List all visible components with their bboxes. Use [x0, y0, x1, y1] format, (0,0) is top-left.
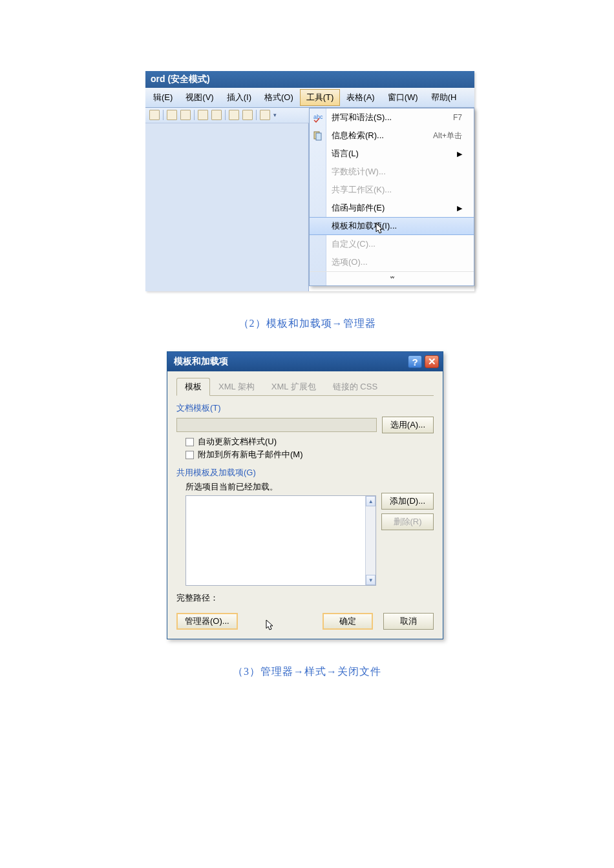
- document-template-field[interactable]: [176, 418, 377, 432]
- tools-dropdown: abc 拼写和语法(S)... F7 信息检索(R)... Alt+单击 语言(…: [309, 108, 474, 286]
- submenu-arrow-icon: ▶: [457, 204, 462, 212]
- menu-tools[interactable]: 工具(T): [300, 89, 341, 106]
- menu-edit[interactable]: 辑(E): [147, 89, 179, 106]
- toolbar-icon[interactable]: [180, 110, 191, 120]
- spellcheck-icon: abc: [313, 112, 323, 123]
- menu-item-label: 共享工作区(K)...: [332, 184, 392, 196]
- attach-button[interactable]: 选用(A)...: [382, 417, 434, 433]
- document-template-label: 文档模板(T): [176, 402, 434, 414]
- menu-language[interactable]: 语言(L) ▶: [310, 145, 474, 163]
- tab-xml-expansion[interactable]: XML 扩展包: [263, 378, 324, 395]
- toolbar-icon[interactable]: [198, 110, 208, 120]
- caption-step-2: （2）模板和加载项→管理器: [0, 317, 614, 331]
- caption-step-3: （3）管理器→样式→关闭文件: [0, 665, 614, 679]
- menu-shortcut: Alt+单击: [433, 130, 462, 141]
- tab-templates[interactable]: 模板: [176, 378, 210, 396]
- menu-bar: 辑(E) 视图(V) 插入(I) 格式(O) 工具(T) 表格(A) 窗口(W)…: [145, 88, 474, 108]
- toolbar: ▾: [145, 108, 309, 123]
- cursor-icon: [266, 619, 276, 632]
- checkbox-icon[interactable]: [185, 451, 194, 459]
- toolbar-icon[interactable]: [149, 110, 160, 120]
- scroll-down-icon[interactable]: ▼: [366, 575, 376, 585]
- menu-table[interactable]: 表格(A): [340, 89, 381, 106]
- menu-format[interactable]: 格式(O): [258, 89, 300, 106]
- dialog-titlebar: 模板和加载项 ? ✕: [167, 352, 443, 371]
- toolbar-separator: [194, 110, 195, 120]
- word-tools-menu-screenshot: ord (安全模式) 辑(E) 视图(V) 插入(I) 格式(O) 工具(T) …: [145, 71, 474, 291]
- menu-shared-workspace: 共享工作区(K)...: [310, 181, 474, 199]
- menu-spelling-grammar[interactable]: abc 拼写和语法(S)... F7: [310, 108, 474, 127]
- menu-item-label: 字数统计(W)...: [332, 166, 386, 178]
- organizer-button[interactable]: 管理器(O)...: [176, 613, 238, 630]
- menu-templates-addins[interactable]: 模板和加载项(I)...: [310, 217, 474, 235]
- templates-addins-dialog: 模板和加载项 ? ✕ 模板 XML 架构 XML 扩展包 链接的 CSS 文档模…: [167, 351, 443, 639]
- addins-listbox[interactable]: ▲ ▼: [185, 495, 376, 586]
- menu-research[interactable]: 信息检索(R)... Alt+单击: [310, 127, 474, 145]
- checkbox-label: 附加到所有新电子邮件中(M): [198, 449, 303, 460]
- svg-rect-2: [316, 133, 321, 140]
- dialog-tabs: 模板 XML 架构 XML 扩展包 链接的 CSS: [176, 378, 434, 396]
- menu-window[interactable]: 窗口(W): [381, 89, 425, 106]
- tab-linked-css[interactable]: 链接的 CSS: [324, 378, 386, 395]
- chevron-down-icon: ˅˅: [390, 276, 394, 283]
- document-canvas: [145, 123, 309, 291]
- menu-insert[interactable]: 插入(I): [220, 89, 258, 106]
- ok-button[interactable]: 确定: [323, 613, 373, 630]
- menu-customize: 自定义(C)...: [310, 235, 474, 253]
- menu-view[interactable]: 视图(V): [179, 89, 220, 106]
- menu-expand[interactable]: ˅˅: [310, 271, 474, 285]
- menu-item-label: 信函与邮件(E): [332, 202, 385, 214]
- menu-item-label: 模板和加载项(I)...: [332, 220, 397, 232]
- window-title: ord (安全模式): [145, 71, 474, 88]
- undo-icon[interactable]: [260, 110, 270, 120]
- toolbar-icon[interactable]: [242, 110, 253, 120]
- menu-item-label: 拼写和语法(S)...: [332, 112, 392, 123]
- menu-help[interactable]: 帮助(H: [425, 89, 463, 106]
- menu-letters-mailings[interactable]: 信函与邮件(E) ▶: [310, 199, 474, 217]
- toolbar-separator: [256, 110, 257, 120]
- toolbar-separator: [163, 110, 164, 120]
- menu-options: 选项(O)...: [310, 253, 474, 271]
- toolbar-icon[interactable]: [229, 110, 239, 120]
- tab-xml-schema[interactable]: XML 架构: [210, 378, 263, 395]
- submenu-arrow-icon: ▶: [457, 150, 462, 158]
- menu-shortcut: F7: [453, 113, 462, 122]
- attach-email-checkbox-row[interactable]: 附加到所有新电子邮件中(M): [185, 449, 434, 460]
- loaded-items-text: 所选项目当前已经加载。: [185, 481, 434, 493]
- checkbox-icon[interactable]: [185, 438, 194, 446]
- menu-item-label: 选项(O)...: [332, 256, 368, 268]
- menu-item-label: 语言(L): [332, 148, 359, 160]
- help-button[interactable]: ?: [408, 355, 422, 368]
- cancel-button[interactable]: 取消: [383, 613, 434, 630]
- menu-item-label: 自定义(C)...: [332, 238, 376, 250]
- global-templates-label: 共用模板及加载项(G): [176, 467, 434, 479]
- scrollbar[interactable]: ▲ ▼: [365, 496, 376, 585]
- close-button[interactable]: ✕: [425, 355, 439, 368]
- dialog-title-text: 模板和加载项: [174, 356, 228, 367]
- cursor-icon: [376, 223, 386, 236]
- checkbox-label: 自动更新文档样式(U): [198, 436, 277, 448]
- toolbar-icon[interactable]: [211, 110, 222, 120]
- add-button[interactable]: 添加(D)...: [381, 493, 434, 510]
- dropdown-arrow-icon[interactable]: ▾: [273, 112, 277, 118]
- menu-item-label: 信息检索(R)...: [332, 130, 384, 141]
- remove-button: 删除(R): [381, 513, 434, 530]
- research-icon: [313, 130, 323, 141]
- full-path-label: 完整路径：: [176, 592, 434, 604]
- scroll-up-icon[interactable]: ▲: [366, 496, 376, 506]
- menu-word-count: 字数统计(W)...: [310, 163, 474, 181]
- toolbar-icon[interactable]: [167, 110, 177, 120]
- auto-update-checkbox-row[interactable]: 自动更新文档样式(U): [185, 436, 434, 448]
- toolbar-separator: [225, 110, 226, 120]
